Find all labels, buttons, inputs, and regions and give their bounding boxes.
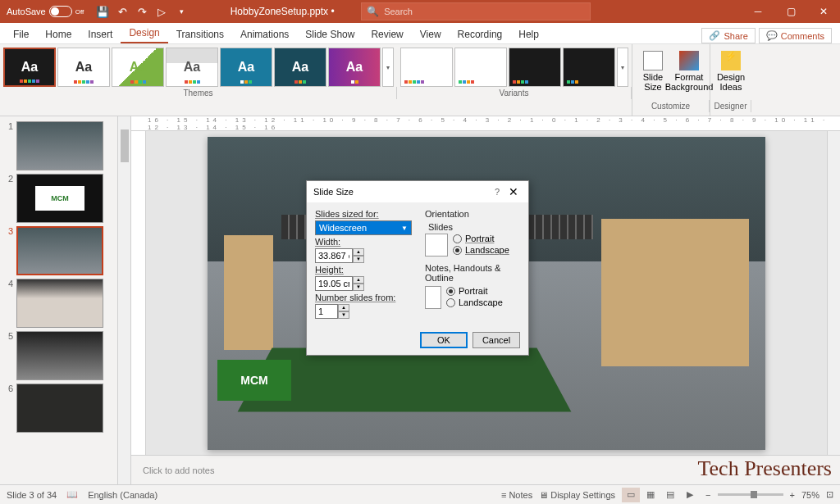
comments-button[interactable]: 💬Comments: [759, 28, 832, 43]
ribbon-body: Aa Aa Aa Aa Aa Aa Aa ▾ Themes ▾ Variants…: [0, 44, 840, 116]
slides-portrait-radio[interactable]: Portrait: [453, 234, 509, 243]
dialog-title: Slide Size: [313, 187, 489, 197]
themes-group-label: Themes: [0, 87, 397, 99]
search-input[interactable]: 🔍 Search: [361, 2, 591, 20]
variants-group-label: Variants: [397, 87, 632, 99]
fit-to-window-button[interactable]: ⊡: [826, 489, 833, 500]
thumbnail-panel: 1 2MCM 3 4 5 6: [0, 116, 131, 484]
autosave-state: Off: [75, 8, 84, 16]
thumbnail-list: 1 2MCM 3 4 5 6: [0, 116, 117, 484]
design-ideas-icon: ⚡: [721, 51, 741, 70]
number-from-label: Number slides from:: [315, 293, 412, 302]
zoom-level[interactable]: 75%: [801, 490, 819, 500]
tab-animations[interactable]: Animations: [232, 25, 297, 43]
orientation-label: Orientation: [425, 209, 520, 219]
save-icon[interactable]: 💾: [94, 2, 112, 20]
editor-scrollbar[interactable]: [827, 131, 840, 455]
quick-access-toolbar: 💾 ↶ ↷ ▷ ▾: [90, 2, 194, 20]
slide-thumbnail[interactable]: 5: [0, 329, 117, 382]
zoom-in-button[interactable]: +: [790, 490, 795, 500]
close-button[interactable]: ✕: [807, 0, 840, 23]
tab-review[interactable]: Review: [363, 25, 411, 43]
variant-tile[interactable]: [454, 48, 507, 87]
theme-tile[interactable]: Aa: [274, 48, 326, 87]
width-input[interactable]: [315, 248, 353, 263]
title-bar: AutoSave Off 💾 ↶ ↷ ▷ ▾ HobbyZoneSetup.pp…: [0, 0, 840, 23]
theme-tile[interactable]: Aa: [112, 48, 164, 87]
width-label: Width:: [315, 237, 412, 247]
tab-slideshow[interactable]: Slide Show: [297, 25, 363, 43]
thumbnail-scrollbar[interactable]: [117, 116, 130, 484]
height-spinner[interactable]: ▲▼: [353, 276, 364, 291]
autosave-toggle[interactable]: [49, 6, 72, 17]
theme-tile[interactable]: Aa: [220, 48, 272, 87]
theme-tile[interactable]: Aa: [166, 48, 218, 87]
slide-thumbnail[interactable]: 6: [0, 382, 117, 434]
window-controls: ─ ▢ ✕: [742, 0, 840, 23]
dialog-close-button[interactable]: ✕: [505, 185, 522, 198]
slides-landscape-radio[interactable]: Landscape: [453, 245, 509, 255]
theme-tile[interactable]: Aa: [328, 48, 381, 87]
language-status[interactable]: English (Canada): [88, 490, 158, 500]
tab-transitions[interactable]: Transitions: [168, 25, 232, 43]
variant-tile[interactable]: [400, 48, 453, 87]
redo-icon[interactable]: ↷: [133, 2, 151, 20]
customize-group: Slide Size Format Background Customize: [632, 44, 710, 116]
variant-tile[interactable]: [509, 48, 561, 87]
reading-view-button[interactable]: ▤: [661, 488, 679, 502]
slide-thumbnail[interactable]: 4: [0, 277, 117, 329]
customize-group-label: Customize: [632, 100, 710, 112]
sized-for-label: Slides sized for:: [315, 209, 412, 219]
horizontal-ruler: 16 · 15 · 14 · 13 · 12 · 11 · 10 · 9 · 8…: [131, 116, 840, 131]
autosave-label: AutoSave: [7, 7, 46, 16]
display-settings-button[interactable]: 🖥 Display Settings: [539, 490, 615, 500]
notes-portrait-radio[interactable]: Portrait: [446, 286, 503, 296]
number-from-input[interactable]: [315, 304, 338, 319]
tab-insert[interactable]: Insert: [80, 25, 121, 43]
spellcheck-icon[interactable]: 📖: [66, 489, 78, 500]
tab-file[interactable]: File: [5, 25, 37, 43]
tab-view[interactable]: View: [412, 25, 450, 43]
sorter-view-button[interactable]: ▦: [641, 488, 660, 502]
maximize-button[interactable]: ▢: [774, 0, 807, 23]
share-button[interactable]: 🔗Share: [701, 28, 755, 43]
notes-toggle[interactable]: ≡ Notes: [501, 490, 532, 500]
slide-size-icon: [643, 51, 663, 70]
slides-orient-label: Slides: [428, 222, 520, 232]
variant-tile[interactable]: [563, 48, 615, 87]
notes-orient-label: Notes, Handouts & Outline: [425, 263, 520, 283]
slide-counter: Slide 3 of 34: [7, 490, 57, 500]
tab-design[interactable]: Design: [121, 24, 167, 43]
design-ideas-button[interactable]: ⚡Design Ideas: [714, 48, 748, 97]
qat-more-icon[interactable]: ▾: [172, 2, 190, 20]
width-spinner[interactable]: ▲▼: [353, 248, 364, 263]
minimize-button[interactable]: ─: [742, 0, 774, 23]
undo-icon[interactable]: ↶: [113, 2, 131, 20]
view-buttons: ▭ ▦ ▤ ▶: [622, 488, 699, 502]
number-from-spinner[interactable]: ▲▼: [338, 304, 349, 319]
zoom-out-button[interactable]: −: [705, 490, 710, 500]
theme-tile[interactable]: Aa: [57, 48, 110, 87]
sized-for-dropdown[interactable]: Widescreen▼: [315, 220, 412, 235]
tab-help[interactable]: Help: [510, 25, 547, 43]
format-bg-icon: [679, 51, 699, 70]
ok-button[interactable]: OK: [420, 332, 468, 348]
slideshow-view-button[interactable]: ▶: [681, 488, 699, 502]
dialog-help-button[interactable]: ?: [489, 187, 505, 197]
cancel-button[interactable]: Cancel: [472, 332, 520, 348]
themes-more-button[interactable]: ▾: [382, 48, 394, 87]
zoom-slider[interactable]: [718, 493, 783, 496]
normal-view-button[interactable]: ▭: [622, 488, 640, 502]
theme-tile[interactable]: Aa: [3, 48, 56, 87]
tab-recording[interactable]: Recording: [450, 25, 511, 43]
slide-thumbnail[interactable]: 3: [0, 225, 117, 277]
slide-thumbnail[interactable]: 2MCM: [0, 172, 117, 225]
slide-thumbnail[interactable]: 1: [0, 120, 117, 172]
height-input[interactable]: [315, 276, 353, 291]
tab-home[interactable]: Home: [37, 25, 80, 43]
autosave-control[interactable]: AutoSave Off: [0, 6, 90, 17]
variants-more-button[interactable]: ▾: [617, 48, 628, 87]
slideshow-icon[interactable]: ▷: [153, 2, 171, 20]
notes-landscape-radio[interactable]: Landscape: [446, 297, 503, 307]
format-background-button[interactable]: Format Background: [672, 48, 706, 97]
